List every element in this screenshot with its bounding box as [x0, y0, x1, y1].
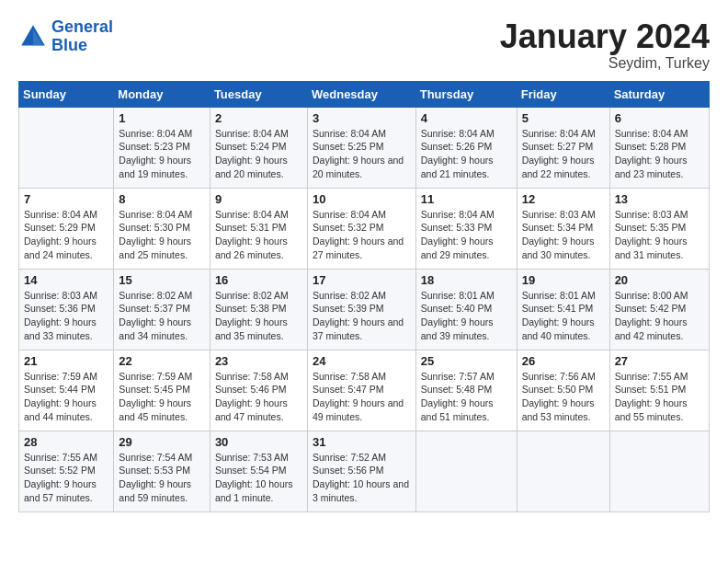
- day-cell: 16Sunrise: 8:02 AMSunset: 5:38 PMDayligh…: [210, 269, 307, 350]
- day-info: Sunrise: 8:02 AMSunset: 5:38 PMDaylight:…: [215, 289, 302, 343]
- day-number: 16: [215, 273, 302, 287]
- day-cell: 2Sunrise: 8:04 AMSunset: 5:24 PMDaylight…: [210, 107, 307, 188]
- day-cell: 3Sunrise: 8:04 AMSunset: 5:25 PMDaylight…: [307, 107, 415, 188]
- day-info: Sunrise: 8:04 AMSunset: 5:27 PMDaylight:…: [522, 127, 605, 181]
- day-info: Sunrise: 8:04 AMSunset: 5:25 PMDaylight:…: [313, 127, 411, 181]
- day-number: 17: [313, 273, 411, 287]
- day-number: 2: [215, 111, 302, 125]
- day-info: Sunrise: 7:59 AMSunset: 5:44 PMDaylight:…: [24, 370, 108, 424]
- day-cell: 17Sunrise: 8:02 AMSunset: 5:39 PMDayligh…: [307, 269, 415, 350]
- day-info: Sunrise: 8:00 AMSunset: 5:42 PMDaylight:…: [615, 289, 704, 343]
- day-number: 21: [24, 354, 108, 368]
- col-header-monday: Monday: [114, 81, 210, 107]
- header-row: SundayMondayTuesdayWednesdayThursdayFrid…: [19, 81, 710, 107]
- day-cell: [415, 431, 517, 511]
- day-number: 3: [313, 111, 411, 125]
- day-cell: 25Sunrise: 7:57 AMSunset: 5:48 PMDayligh…: [415, 350, 517, 431]
- day-info: Sunrise: 8:04 AMSunset: 5:31 PMDaylight:…: [215, 208, 302, 262]
- day-number: 28: [24, 435, 108, 449]
- day-number: 4: [421, 111, 512, 125]
- day-cell: 18Sunrise: 8:01 AMSunset: 5:40 PMDayligh…: [415, 269, 517, 350]
- day-info: Sunrise: 8:04 AMSunset: 5:24 PMDaylight:…: [215, 127, 302, 181]
- day-number: 1: [119, 111, 205, 125]
- col-header-saturday: Saturday: [609, 81, 709, 107]
- day-number: 8: [119, 192, 205, 206]
- day-info: Sunrise: 7:58 AMSunset: 5:46 PMDaylight:…: [215, 370, 302, 424]
- day-cell: 11Sunrise: 8:04 AMSunset: 5:33 PMDayligh…: [415, 188, 517, 269]
- logo-icon: [18, 22, 48, 52]
- day-info: Sunrise: 8:01 AMSunset: 5:41 PMDaylight:…: [522, 289, 605, 343]
- day-number: 10: [313, 192, 411, 206]
- col-header-tuesday: Tuesday: [210, 81, 307, 107]
- day-cell: [609, 431, 709, 511]
- day-info: Sunrise: 8:03 AMSunset: 5:36 PMDaylight:…: [24, 289, 108, 343]
- week-row-5: 28Sunrise: 7:55 AMSunset: 5:52 PMDayligh…: [19, 431, 710, 511]
- calendar-table: SundayMondayTuesdayWednesdayThursdayFrid…: [18, 81, 710, 512]
- week-row-1: 1Sunrise: 8:04 AMSunset: 5:23 PMDaylight…: [19, 107, 710, 188]
- day-cell: 9Sunrise: 8:04 AMSunset: 5:31 PMDaylight…: [210, 188, 307, 269]
- day-cell: [517, 431, 609, 511]
- col-header-sunday: Sunday: [19, 81, 114, 107]
- day-info: Sunrise: 8:04 AMSunset: 5:26 PMDaylight:…: [421, 127, 512, 181]
- day-number: 23: [215, 354, 302, 368]
- day-number: 13: [615, 192, 704, 206]
- day-cell: 28Sunrise: 7:55 AMSunset: 5:52 PMDayligh…: [19, 431, 114, 511]
- day-info: Sunrise: 7:56 AMSunset: 5:50 PMDaylight:…: [522, 370, 605, 424]
- day-cell: 6Sunrise: 8:04 AMSunset: 5:28 PMDaylight…: [609, 107, 709, 188]
- day-info: Sunrise: 7:58 AMSunset: 5:47 PMDaylight:…: [313, 370, 411, 424]
- day-number: 20: [615, 273, 704, 287]
- col-header-thursday: Thursday: [415, 81, 517, 107]
- col-header-friday: Friday: [517, 81, 609, 107]
- day-number: 14: [24, 273, 108, 287]
- day-info: Sunrise: 8:03 AMSunset: 5:35 PMDaylight:…: [615, 208, 704, 262]
- day-cell: 20Sunrise: 8:00 AMSunset: 5:42 PMDayligh…: [609, 269, 709, 350]
- day-number: 24: [313, 354, 411, 368]
- day-info: Sunrise: 7:57 AMSunset: 5:48 PMDaylight:…: [421, 370, 512, 424]
- day-info: Sunrise: 7:53 AMSunset: 5:54 PMDaylight:…: [215, 451, 302, 505]
- day-cell: 4Sunrise: 8:04 AMSunset: 5:26 PMDaylight…: [415, 107, 517, 188]
- day-info: Sunrise: 8:04 AMSunset: 5:32 PMDaylight:…: [313, 208, 411, 262]
- day-number: 7: [24, 192, 108, 206]
- day-cell: [19, 107, 114, 188]
- day-number: 6: [615, 111, 704, 125]
- page-header: General Blue January 2024 Seydim, Turkey: [18, 18, 710, 72]
- day-number: 15: [119, 273, 205, 287]
- day-number: 11: [421, 192, 512, 206]
- day-info: Sunrise: 8:04 AMSunset: 5:28 PMDaylight:…: [615, 127, 704, 181]
- day-number: 27: [615, 354, 704, 368]
- day-info: Sunrise: 8:04 AMSunset: 5:29 PMDaylight:…: [24, 208, 108, 262]
- day-cell: 8Sunrise: 8:04 AMSunset: 5:30 PMDaylight…: [114, 188, 210, 269]
- day-cell: 14Sunrise: 8:03 AMSunset: 5:36 PMDayligh…: [19, 269, 114, 350]
- day-cell: 31Sunrise: 7:52 AMSunset: 5:56 PMDayligh…: [307, 431, 415, 511]
- day-number: 26: [522, 354, 605, 368]
- day-number: 12: [522, 192, 605, 206]
- day-cell: 29Sunrise: 7:54 AMSunset: 5:53 PMDayligh…: [114, 431, 210, 511]
- title-section: January 2024 Seydim, Turkey: [500, 18, 710, 72]
- day-cell: 15Sunrise: 8:02 AMSunset: 5:37 PMDayligh…: [114, 269, 210, 350]
- day-cell: 1Sunrise: 8:04 AMSunset: 5:23 PMDaylight…: [114, 107, 210, 188]
- day-number: 19: [522, 273, 605, 287]
- day-info: Sunrise: 8:02 AMSunset: 5:39 PMDaylight:…: [313, 289, 411, 343]
- day-cell: 21Sunrise: 7:59 AMSunset: 5:44 PMDayligh…: [19, 350, 114, 431]
- day-info: Sunrise: 8:01 AMSunset: 5:40 PMDaylight:…: [421, 289, 512, 343]
- day-number: 25: [421, 354, 512, 368]
- day-cell: 12Sunrise: 8:03 AMSunset: 5:34 PMDayligh…: [517, 188, 609, 269]
- day-number: 30: [215, 435, 302, 449]
- location-subtitle: Seydim, Turkey: [500, 55, 710, 72]
- day-cell: 10Sunrise: 8:04 AMSunset: 5:32 PMDayligh…: [307, 188, 415, 269]
- day-number: 31: [313, 435, 411, 449]
- month-title: January 2024: [500, 18, 710, 55]
- day-info: Sunrise: 8:04 AMSunset: 5:30 PMDaylight:…: [119, 208, 205, 262]
- day-number: 9: [215, 192, 302, 206]
- day-info: Sunrise: 8:04 AMSunset: 5:33 PMDaylight:…: [421, 208, 512, 262]
- day-info: Sunrise: 8:04 AMSunset: 5:23 PMDaylight:…: [119, 127, 205, 181]
- day-info: Sunrise: 7:55 AMSunset: 5:52 PMDaylight:…: [24, 451, 108, 505]
- day-info: Sunrise: 7:59 AMSunset: 5:45 PMDaylight:…: [119, 370, 205, 424]
- day-cell: 19Sunrise: 8:01 AMSunset: 5:41 PMDayligh…: [517, 269, 609, 350]
- day-number: 5: [522, 111, 605, 125]
- day-cell: 27Sunrise: 7:55 AMSunset: 5:51 PMDayligh…: [609, 350, 709, 431]
- day-info: Sunrise: 7:55 AMSunset: 5:51 PMDaylight:…: [615, 370, 704, 424]
- logo-text: General Blue: [51, 18, 113, 55]
- week-row-3: 14Sunrise: 8:03 AMSunset: 5:36 PMDayligh…: [19, 269, 710, 350]
- day-info: Sunrise: 7:52 AMSunset: 5:56 PMDaylight:…: [313, 451, 411, 505]
